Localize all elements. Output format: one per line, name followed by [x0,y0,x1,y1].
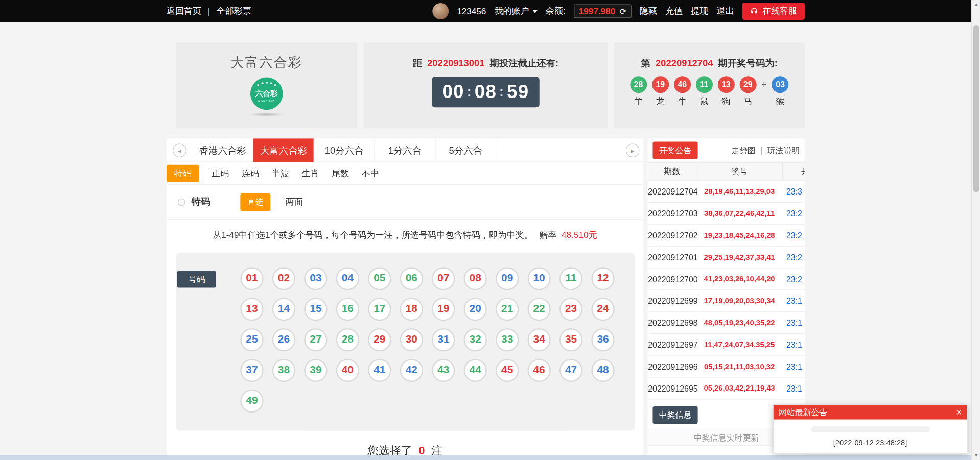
number-ball-32[interactable]: 32 [464,328,487,351]
history-time-4[interactable]: 23:2 [783,268,805,290]
home-link[interactable]: 返回首页 [167,6,202,17]
trend-chart-link[interactable]: 走势图 [731,145,756,154]
number-ball-40[interactable]: 40 [336,359,359,382]
number-ball-08[interactable]: 08 [464,267,487,290]
number-ball-06[interactable]: 06 [400,267,423,290]
history-time-7[interactable]: 23:1 [783,333,805,355]
number-ball-30[interactable]: 30 [400,328,423,351]
number-ball-28[interactable]: 28 [336,328,359,351]
number-ball-43[interactable]: 43 [432,359,455,382]
user-avatar[interactable] [432,3,449,19]
number-ball-12[interactable]: 12 [591,267,614,290]
history-issue-0: 20220912704 [648,181,696,203]
number-ball-47[interactable]: 47 [559,359,582,382]
win-info-badge[interactable]: 中奖信息 [652,406,697,424]
mode-option-1[interactable]: 两面 [285,196,302,207]
number-ball-34[interactable]: 34 [527,328,550,351]
number-ball-44[interactable]: 44 [464,359,487,382]
number-ball-14[interactable]: 14 [272,298,295,321]
odds-label: 赔率 [539,230,556,240]
play-tab-0[interactable]: 特码 [167,164,199,182]
history-time-8[interactable]: 23:1 [783,355,805,377]
number-ball-37[interactable]: 37 [240,359,263,382]
draw-announcement-button[interactable]: 开奖公告 [652,141,697,159]
close-icon[interactable]: × [956,407,962,418]
tabs-scroll-left-icon[interactable]: ◂ [173,143,186,157]
lottery-tab-3[interactable]: 1分六合 [375,138,436,162]
lottery-tab-2[interactable]: 10分六合 [314,138,375,162]
history-time-0[interactable]: 23:3 [783,181,805,203]
number-ball-21[interactable]: 21 [496,298,519,321]
account-menu[interactable]: 我的账户 [494,6,538,17]
number-ball-11[interactable]: 11 [559,267,582,290]
number-ball-33[interactable]: 33 [496,328,519,351]
number-ball-23[interactable]: 23 [559,298,582,321]
lottery-tab-1[interactable]: 大富六合彩 [253,138,314,162]
number-ball-04[interactable]: 04 [336,267,359,290]
number-ball-25[interactable]: 25 [240,328,263,351]
customer-service-button[interactable]: 在线客服 [742,3,805,20]
number-ball-10[interactable]: 10 [527,267,550,290]
number-ball-29[interactable]: 29 [368,328,391,351]
logout-link[interactable]: 退出 [716,6,734,17]
number-ball-01[interactable]: 01 [240,267,263,290]
history-numbers-3: 29,25,19,42,37,33,41 [696,246,783,268]
lottery-tab-4[interactable]: 5分六合 [435,138,496,162]
number-ball-13[interactable]: 13 [240,298,263,321]
number-ball-41[interactable]: 41 [368,359,391,382]
mode-option-0[interactable]: 直选 [240,193,270,210]
number-ball-46[interactable]: 46 [527,359,550,382]
play-tab-4[interactable]: 生肖 [301,167,319,179]
play-radio[interactable] [178,198,185,206]
history-time-6[interactable]: 23:1 [783,312,805,334]
number-ball-42[interactable]: 42 [400,359,423,382]
number-ball-02[interactable]: 02 [272,267,295,290]
history-time-2[interactable]: 23:2 [783,224,805,246]
logo-text: 六合彩 [255,89,278,100]
announcement-popup: 网站最新公告 × [2022-09-12 23:48:28] [773,404,968,454]
number-ball-16[interactable]: 16 [336,298,359,321]
number-ball-24[interactable]: 24 [591,298,614,321]
play-tab-5[interactable]: 尾数 [332,167,349,179]
history-time-3[interactable]: 23:2 [783,246,805,268]
number-ball-19[interactable]: 19 [432,298,455,321]
vertical-scrollbar[interactable]: ▲ ▼ [971,0,980,460]
rules-link[interactable]: 玩法说明 [767,145,800,154]
hide-balance-button[interactable]: 隐藏 [640,6,657,17]
number-ball-45[interactable]: 45 [496,359,519,382]
history-time-5[interactable]: 23:1 [783,290,805,312]
number-ball-03[interactable]: 03 [304,267,327,290]
scroll-up-icon[interactable]: ▲ [972,0,980,9]
all-lottery-link[interactable]: 全部彩票 [216,6,251,17]
number-ball-31[interactable]: 31 [432,328,455,351]
number-ball-35[interactable]: 35 [559,328,582,351]
number-ball-09[interactable]: 09 [496,267,519,290]
number-ball-05[interactable]: 05 [368,267,391,290]
number-ball-20[interactable]: 20 [464,298,487,321]
number-ball-38[interactable]: 38 [272,359,295,382]
play-tab-3[interactable]: 半波 [272,167,289,179]
history-time-9[interactable]: 23:1 [783,377,805,399]
number-ball-17[interactable]: 17 [368,298,391,321]
play-tab-1[interactable]: 正码 [212,167,229,179]
refresh-balance-icon[interactable]: ⟳ [620,7,626,16]
play-tab-6[interactable]: 不中 [362,167,379,179]
number-ball-36[interactable]: 36 [591,328,614,351]
number-ball-18[interactable]: 18 [400,298,423,321]
withdraw-link[interactable]: 提现 [691,6,708,17]
number-ball-07[interactable]: 07 [432,267,455,290]
number-ball-27[interactable]: 27 [304,328,327,351]
play-tab-2[interactable]: 连码 [242,167,259,179]
history-time-1[interactable]: 23:2 [783,203,805,225]
number-ball-26[interactable]: 26 [272,328,295,351]
number-ball-49[interactable]: 49 [240,390,263,413]
number-ball-15[interactable]: 15 [304,298,327,321]
recharge-link[interactable]: 充值 [665,6,683,17]
number-ball-39[interactable]: 39 [304,359,327,382]
number-ball-48[interactable]: 48 [591,359,614,382]
number-ball-22[interactable]: 22 [527,298,550,321]
scroll-down-icon[interactable]: ▼ [972,451,980,460]
lottery-tab-0[interactable]: 香港六合彩 [193,138,253,162]
scrollbar-thumb[interactable] [973,25,979,192]
tabs-scroll-right-icon[interactable]: ▸ [626,143,640,157]
